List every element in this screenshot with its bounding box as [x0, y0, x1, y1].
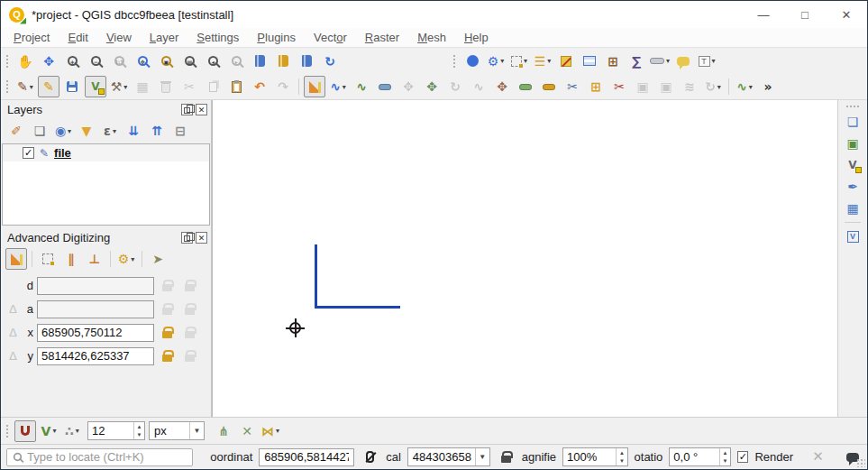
menu-view[interactable]: View	[97, 31, 141, 44]
enable-snapping-button[interactable]	[14, 420, 36, 442]
vertex-tool-button[interactable]: ⚒▾	[108, 76, 130, 97]
spin-down-icon[interactable]: ▼	[617, 457, 626, 466]
open-layer-styling-button[interactable]: ✐	[5, 120, 27, 142]
offset-point-symbol-dropdown[interactable]: ▾	[749, 83, 753, 91]
new-spatialite-layer-button[interactable]: ✒	[842, 176, 863, 198]
current-edits-button[interactable]: ✎▾	[14, 76, 36, 97]
parallel-constraint-button[interactable]: ∥	[60, 248, 82, 270]
reshape-features-button[interactable]	[515, 76, 536, 97]
minimize-button[interactable]: —	[743, 1, 784, 28]
y-lock-button[interactable]	[158, 346, 177, 365]
layer-name[interactable]: file	[54, 146, 71, 160]
adv-panel-float-button[interactable]	[181, 232, 193, 244]
stream-digitizing-button[interactable]: ∿	[351, 76, 372, 97]
enable-cad-tools-button[interactable]	[5, 248, 27, 270]
filter-legend-expression-button[interactable]: ε▾	[99, 120, 121, 142]
offset-curve-button[interactable]	[538, 76, 560, 97]
zoom-full-extent-button[interactable]: ✥	[132, 51, 153, 72]
measure-dropdown[interactable]: ▾	[666, 57, 670, 65]
locator-bar[interactable]	[6, 448, 193, 466]
menu-help[interactable]: Help	[455, 31, 498, 44]
new-spatial-bookmark-button[interactable]	[249, 51, 270, 72]
layer-visibility-checkbox[interactable]: ✓	[23, 147, 34, 159]
select-by-value-button[interactable]: ☰▾	[532, 51, 553, 72]
resize-grip[interactable]	[856, 458, 865, 467]
filter-legend-expression-dropdown[interactable]: ▾	[113, 127, 116, 135]
cad-settings-dropdown[interactable]: ▾	[131, 255, 134, 263]
split-features-button[interactable]: ✂	[562, 76, 583, 97]
spin-up-icon[interactable]: ▲	[617, 448, 626, 457]
digitize-shape-button[interactable]	[374, 76, 396, 97]
magnifier-input[interactable]	[563, 450, 616, 464]
self-snapping-button[interactable]: ⋈▾	[260, 420, 281, 442]
construction-mode-button[interactable]	[37, 248, 59, 270]
map-tips-button[interactable]	[672, 51, 694, 72]
toolbar-grip[interactable]	[845, 105, 860, 109]
offset-point-symbol-button[interactable]: ∿▾	[734, 76, 755, 97]
text-annotation-button[interactable]: ▾	[696, 51, 717, 72]
x-lock-button[interactable]	[158, 323, 177, 342]
map-canvas[interactable]	[212, 100, 837, 417]
toggle-extents-mouse-button[interactable]	[361, 447, 379, 467]
statistical-summary-button[interactable]: ∑	[626, 51, 647, 72]
spin-up-icon[interactable]: ▲	[134, 422, 144, 431]
collapse-all-button[interactable]: ⇈	[146, 120, 168, 142]
snapping-type-button[interactable]: ∴▾	[61, 420, 83, 442]
new-virtual-layer-button[interactable]	[842, 226, 863, 247]
zoom-in-button[interactable]: +	[61, 51, 83, 72]
field-calculator-button[interactable]: ⊞	[602, 51, 624, 72]
data-source-manager-button[interactable]: ❏	[842, 111, 863, 133]
digitize-with-curve-button[interactable]: ∿▾	[327, 76, 349, 97]
toolbar-overflow-button[interactable]: »	[757, 76, 779, 97]
snapping-tolerance-input[interactable]	[88, 424, 133, 438]
open-attribute-table-button[interactable]	[579, 51, 600, 72]
chevron-down-icon[interactable]: ▼	[189, 422, 204, 439]
menu-layer[interactable]: Layer	[141, 31, 188, 44]
select-by-value-dropdown[interactable]: ▾	[547, 57, 551, 65]
toolbar-grip[interactable]	[452, 54, 457, 69]
select-features-button[interactable]: ▾	[508, 51, 530, 72]
toolbar-grip[interactable]	[5, 424, 10, 438]
menu-mesh[interactable]: Mesh	[408, 31, 455, 44]
zoom-out-button[interactable]: −	[85, 51, 106, 72]
menu-vector[interactable]: Vector	[305, 31, 356, 44]
filter-legend-button[interactable]: ▼	[76, 120, 97, 142]
toggle-editing-button[interactable]: ✎	[38, 76, 59, 97]
digitize-with-curve-dropdown[interactable]: ▾	[343, 83, 346, 91]
menu-project[interactable]: Project	[5, 31, 59, 44]
spin-down-icon[interactable]: ▼	[720, 457, 730, 466]
show-bookmark-manager-button[interactable]	[296, 51, 317, 72]
menu-raster[interactable]: Raster	[356, 31, 408, 44]
render-checkbox[interactable]: ✓	[737, 451, 748, 463]
enable-advanced-digitizing-button[interactable]	[304, 76, 325, 97]
snapping-type-dropdown[interactable]: ▾	[76, 427, 79, 435]
show-bookmarks-button[interactable]	[272, 51, 294, 72]
add-line-feature-button[interactable]	[85, 76, 106, 97]
layers-panel-close-button[interactable]: ✕	[196, 104, 207, 115]
topological-editing-button[interactable]: ⋔	[213, 420, 234, 442]
identify-features-button[interactable]	[461, 51, 483, 72]
snapping-units-dropdown[interactable]: px ▼	[149, 421, 205, 440]
menu-settings[interactable]: Settings	[187, 31, 248, 44]
current-edits-dropdown[interactable]: ▾	[30, 83, 33, 91]
toolbar-grip[interactable]	[5, 54, 10, 69]
rotation-input[interactable]	[670, 450, 719, 464]
delete-part-button[interactable]: ✥	[491, 76, 513, 97]
zoom-to-selection-button[interactable]: ▣	[155, 51, 177, 72]
toolbar-grip[interactable]	[5, 79, 10, 94]
spin-down-icon[interactable]: ▼	[134, 431, 144, 440]
cad-floater-button[interactable]: ➤	[147, 248, 169, 270]
manage-map-themes-dropdown[interactable]: ▾	[68, 127, 71, 135]
remove-layer-button[interactable]: ⊟	[169, 120, 191, 142]
run-feature-action-button[interactable]: ⚙▾	[485, 51, 507, 72]
paste-features-button[interactable]	[225, 76, 247, 97]
deselect-features-button[interactable]	[555, 51, 577, 72]
x-coordinate-input[interactable]	[37, 324, 154, 342]
text-annotation-dropdown[interactable]: ▾	[712, 57, 716, 65]
new-shapefile-layer-button[interactable]	[842, 154, 863, 176]
distance-input[interactable]	[37, 277, 154, 295]
split-parts-button[interactable]: ✂	[608, 76, 630, 97]
adv-panel-close-button[interactable]: ✕	[196, 232, 207, 244]
new-memory-layer-button[interactable]: ▦	[842, 198, 863, 219]
add-part-button[interactable]: ⊞	[585, 76, 607, 97]
